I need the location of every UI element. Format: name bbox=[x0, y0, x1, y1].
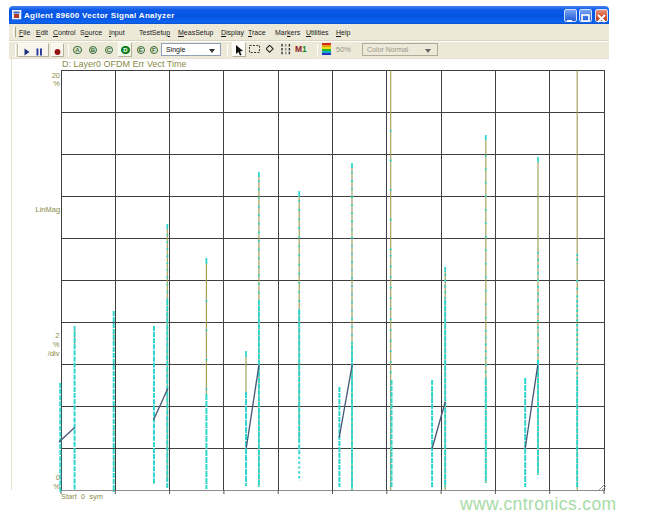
svg-text:0: 0 bbox=[56, 473, 60, 482]
svg-text:sym: sym bbox=[89, 492, 103, 501]
svg-text:2: 2 bbox=[55, 331, 59, 340]
svg-text:%: % bbox=[53, 79, 60, 88]
svg-text:Start: Start bbox=[61, 492, 78, 501]
svg-text:0: 0 bbox=[81, 492, 85, 501]
svg-text:%: % bbox=[53, 482, 60, 491]
svg-text:LinMag: LinMag bbox=[36, 205, 61, 214]
svg-text:%: % bbox=[53, 340, 60, 349]
svg-text:D: Layer0 OFDM Err Vect Time: D: Layer0 OFDM Err Vect Time bbox=[62, 59, 187, 69]
svg-text:www.cntronics.com: www.cntronics.com bbox=[459, 494, 617, 514]
svg-text:/div: /div bbox=[48, 349, 60, 358]
